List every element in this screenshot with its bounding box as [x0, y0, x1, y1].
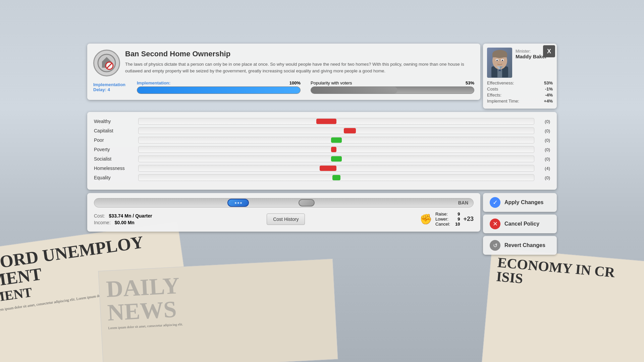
effect-bar-capitalist[interactable]	[138, 127, 534, 134]
top-row: Ban Second Home Ownership The laws of ph…	[87, 44, 557, 109]
svg-point-14	[502, 60, 503, 61]
effects-label: Effects:	[487, 93, 501, 98]
effect-value-socialist: (0)	[538, 157, 550, 162]
support-section: ✊ Raise: 9 Lower: 9 Cancel:	[420, 212, 474, 227]
effect-label-poor: Poor	[94, 137, 134, 143]
cancel-label: Cancel Policy	[504, 221, 539, 227]
effect-bar-poverty[interactable]	[138, 146, 534, 153]
apply-label: Apply Changes	[504, 199, 543, 205]
effect-marker-poverty	[331, 147, 336, 152]
lower-label: Lower:	[435, 217, 448, 222]
effect-bar-socialist[interactable]	[138, 156, 534, 162]
slider-thumb-blue[interactable]	[227, 199, 249, 207]
lower-value: 9	[458, 217, 460, 222]
effect-bar-homelessness[interactable]	[138, 165, 534, 172]
revert-label: Revert Changes	[504, 242, 545, 248]
effect-value-equality: (0)	[538, 175, 550, 180]
fist-icon: ✊	[420, 213, 432, 225]
raise-label: Raise:	[435, 212, 448, 217]
effect-value-poverty: (0)	[538, 147, 550, 152]
main-slider[interactable]: BAN	[94, 198, 474, 207]
pop-label: Popularity with voters	[311, 80, 352, 85]
effect-label-homelessness: Homelessness	[94, 166, 134, 171]
implementation-bar[interactable]	[137, 86, 301, 94]
effect-label-equality: Equality	[94, 175, 134, 180]
cost-history-button[interactable]: Cost History	[267, 214, 305, 225]
impl-label: Implementation:	[137, 80, 170, 85]
effect-row-homelessness: Homelessness (4)	[94, 165, 550, 172]
policy-description: The laws of physics dictate that a perso…	[125, 61, 474, 74]
minister-panel: X	[483, 44, 557, 109]
effect-bar-poor[interactable]	[138, 137, 534, 143]
effect-row-capitalist: Capitalist (0)	[94, 127, 550, 134]
raise-value: 9	[458, 212, 460, 217]
cost-income-section: Cost: $33.74 Mn / Quarter Income: $0.00 …	[94, 213, 152, 225]
effect-marker-poor	[331, 137, 342, 143]
policy-icon	[93, 50, 120, 76]
thumb-dot-3	[240, 202, 242, 204]
slider-thumb-gray[interactable]	[299, 199, 315, 206]
effectiveness-value: 53%	[544, 80, 553, 85]
effect-label-wealthy: Wealthy	[94, 119, 134, 124]
effects-value: -4%	[545, 93, 553, 98]
implementation-bar-fill	[137, 87, 300, 94]
newspaper-right: ECONOMY IN CR ISIS	[482, 248, 644, 362]
support-total: +23	[463, 216, 474, 223]
effect-value-wealthy: (0)	[538, 119, 550, 124]
cancel-label: Cancel:	[435, 222, 450, 227]
cancel-policy-button[interactable]: ✕ Cancel Policy	[483, 215, 557, 233]
effect-marker-capitalist	[344, 128, 356, 133]
costs-value: -1%	[545, 86, 553, 92]
popularity-bar-fill	[311, 87, 397, 94]
main-content: Ban Second Home Ownership The laws of ph…	[87, 44, 557, 255]
revert-icon: ↺	[490, 240, 500, 251]
cost-label: Cost:	[94, 213, 105, 219]
effect-value-homelessness: (4)	[538, 166, 550, 171]
apply-changes-button[interactable]: ✓ Apply Changes	[483, 193, 557, 212]
policy-title: Ban Second Home Ownership	[125, 50, 474, 58]
pop-value: 53%	[466, 80, 474, 85]
income-value: $0.00 Mn	[115, 220, 135, 225]
minister-avatar	[487, 48, 512, 78]
revert-changes-button[interactable]: ↺ Revert Changes	[483, 236, 557, 255]
impl-delay-value: 4	[108, 87, 110, 92]
effect-row-socialist: Socialist (0)	[94, 156, 550, 162]
thumb-dot-1	[235, 202, 236, 204]
implement-time-value: +4%	[544, 99, 553, 104]
bottom-left-panel: BAN Cost: $33.74 Mn / Quarter Income: $0…	[87, 193, 480, 255]
effect-label-socialist: Socialist	[94, 156, 134, 162]
effect-marker-socialist	[331, 156, 342, 162]
effect-row-poverty: Poverty (0)	[94, 146, 550, 153]
implement-time-label: Implement Time:	[487, 99, 519, 104]
svg-rect-10	[492, 54, 507, 57]
cancel-x-icon: ✕	[490, 219, 500, 229]
popularity-bar	[311, 86, 474, 94]
minister-close-button[interactable]: X	[543, 45, 555, 57]
newspaper-center: DAILY NEWS Lorem ipsum dolor sit amet, c…	[98, 259, 338, 362]
svg-point-13	[496, 60, 498, 61]
cost-value: $33.74 Mn / Quarter	[109, 213, 152, 219]
minister-stats: Effectiveness: 53% Costs -1% Effects: -4…	[487, 80, 553, 104]
policy-panel: Ban Second Home Ownership The laws of ph…	[87, 44, 480, 109]
effect-value-capitalist: (0)	[538, 128, 550, 133]
effect-row-wealthy: Wealthy (0)	[94, 118, 550, 125]
effect-marker-equality	[332, 175, 340, 180]
apply-check-icon: ✓	[490, 197, 500, 208]
thumb-dot-2	[237, 202, 239, 204]
costs-label: Costs	[487, 86, 498, 92]
cancel-value: 10	[455, 222, 460, 227]
action-buttons-panel: ✓ Apply Changes ✕ Cancel Policy ↺ Revert…	[483, 193, 557, 255]
effect-row-poor: Poor (0)	[94, 137, 550, 143]
effect-bar-wealthy[interactable]	[138, 118, 534, 125]
effect-value-poor: (0)	[538, 138, 550, 143]
impl-value: 100%	[289, 80, 301, 85]
effect-label-capitalist: Capitalist	[94, 128, 134, 133]
effect-marker-wealthy	[316, 119, 336, 124]
effect-label-poverty: Poverty	[94, 147, 134, 152]
bottom-area: BAN Cost: $33.74 Mn / Quarter Income: $0…	[87, 193, 557, 255]
effect-row-equality: Equality (0)	[94, 174, 550, 181]
income-label: Income:	[94, 220, 111, 225]
effect-bar-equality[interactable]	[138, 174, 534, 181]
effectiveness-label: Effectiveness:	[487, 80, 514, 85]
effect-marker-homelessness	[320, 166, 336, 171]
